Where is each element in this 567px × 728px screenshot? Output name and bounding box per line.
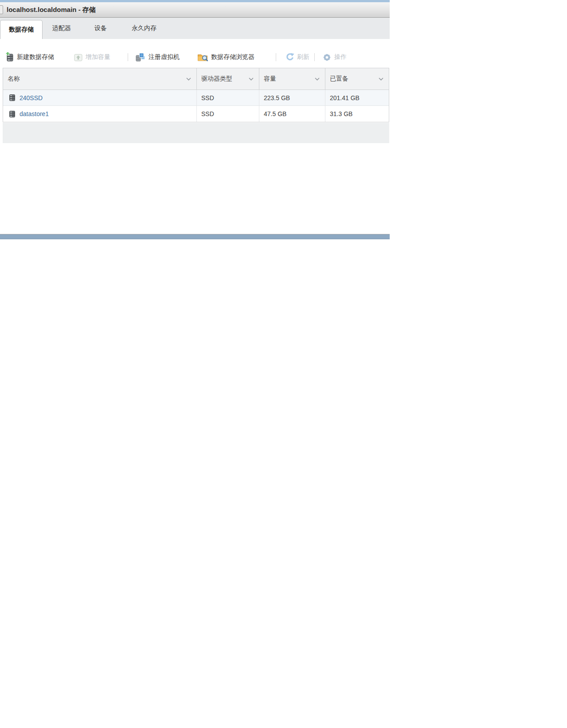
datastore-icon: [8, 110, 16, 118]
actions-button[interactable]: 操作: [322, 50, 347, 65]
column-label: 驱动器类型: [201, 75, 232, 83]
column-label: 容量: [264, 75, 276, 83]
toolbar-button-label: 增加容量: [86, 53, 110, 61]
column-header-drive-type[interactable]: 驱动器类型: [197, 68, 259, 90]
tab-label: 永久内存: [132, 24, 156, 32]
column-header-name[interactable]: 名称: [3, 68, 197, 90]
window-title: localhost.localdomain - 存储: [7, 6, 96, 14]
titlebar: localhost.localdomain - 存储: [0, 2, 390, 18]
refresh-button[interactable]: 刷新: [285, 50, 309, 65]
datastores-table: 名称 驱动器类型 容量 已置备: [3, 68, 389, 122]
provisioned-cell: 31.3 GB: [325, 106, 389, 122]
toolbar-button-label: 注册虚拟机: [149, 53, 180, 61]
esxi-storage-screen: localhost.localdomain - 存储 数据存储 适配器 设备 永…: [0, 0, 567, 728]
chevron-down-icon[interactable]: [379, 78, 383, 81]
host-icon: [0, 5, 3, 14]
tab-datastores[interactable]: 数据存储: [0, 20, 43, 39]
column-header-provisioned[interactable]: 已置备: [325, 68, 389, 90]
datastore-link[interactable]: datastore1: [20, 110, 49, 117]
column-label: 名称: [8, 75, 20, 83]
tab-devices[interactable]: 设备: [94, 18, 107, 39]
tab-bar: 数据存储 适配器 设备 永久内存: [0, 18, 390, 39]
toolbar-separator: [276, 53, 276, 61]
table-row[interactable]: datastore1 SSD 47.5 GB 31.3 GB: [3, 106, 389, 122]
toolbar-button-label: 数据存储浏览器: [211, 53, 254, 61]
toolbar-separator: [128, 53, 128, 61]
refresh-icon: [285, 53, 294, 62]
table-footer: [3, 123, 389, 143]
column-label: 已置备: [330, 75, 348, 83]
increase-capacity-button[interactable]: 增加容量: [74, 50, 110, 65]
toolbar-button-label: 刷新: [297, 53, 309, 61]
table-row[interactable]: 240SSD SSD 223.5 GB 201.41 GB: [3, 90, 389, 106]
new-datastore-button[interactable]: 新建数据存储: [4, 50, 54, 65]
toolbar-button-label: 新建数据存储: [17, 53, 54, 61]
chevron-down-icon[interactable]: [186, 78, 191, 81]
datastore-link[interactable]: 240SSD: [20, 94, 43, 101]
datastore-browser-icon: [197, 53, 208, 62]
table-header-row: 名称 驱动器类型 容量 已置备: [3, 68, 389, 90]
capacity-cell: 47.5 GB: [259, 106, 325, 122]
tab-adapters[interactable]: 适配器: [52, 18, 71, 39]
register-vm-button[interactable]: 注册虚拟机: [135, 50, 180, 65]
panel-splitter[interactable]: [0, 234, 390, 239]
datastore-icon: [8, 94, 16, 101]
toolbar-separator: [314, 53, 315, 61]
increase-capacity-icon: [74, 53, 83, 62]
tab-label: 适配器: [52, 24, 71, 32]
capacity-cell: 223.5 GB: [259, 90, 325, 105]
provisioned-cell: 201.41 GB: [325, 90, 389, 105]
tab-persistent-memory[interactable]: 永久内存: [132, 18, 156, 39]
register-vm-icon: [135, 52, 146, 62]
datastore-browser-button[interactable]: 数据存储浏览器: [197, 50, 254, 65]
column-header-capacity[interactable]: 容量: [259, 68, 325, 90]
gear-icon: [322, 53, 332, 62]
new-datastore-icon: [4, 52, 14, 62]
toolbar-button-label: 操作: [334, 53, 347, 61]
tab-label: 设备: [94, 24, 107, 32]
chevron-down-icon[interactable]: [249, 78, 254, 81]
drive-type-cell: SSD: [197, 90, 259, 105]
chevron-down-icon[interactable]: [315, 78, 320, 81]
drive-type-cell: SSD: [197, 106, 259, 122]
tab-label: 数据存储: [9, 26, 34, 34]
